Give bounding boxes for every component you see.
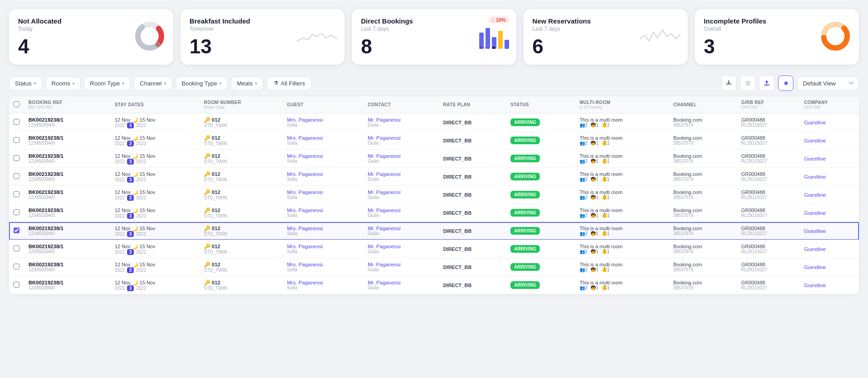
upload-button[interactable] xyxy=(759,76,774,91)
filter-meals[interactable]: Meals ▾ xyxy=(231,77,263,90)
row-checkbox[interactable] xyxy=(14,246,19,251)
td-company: Guestline xyxy=(799,150,859,168)
filter-all-button[interactable]: ⚗ All Filters xyxy=(267,77,311,90)
table-row[interactable]: BK00219238/1 123450394/0 12 Nov 🌙 15 Nov… xyxy=(9,186,859,204)
th-status[interactable]: STATUS xyxy=(506,96,575,113)
td-multi-room: This is a multi room 👥2 🧒1 👶1 xyxy=(575,240,669,258)
table-row[interactable]: BK00219238/1 123450394/0 12 Nov 🌙 15 Nov… xyxy=(9,168,859,186)
td-guest: Mrs. Paganessi Sofia xyxy=(283,168,363,186)
td-grb-ref: GR000488 RL29115027 xyxy=(737,222,800,240)
td-status: ARRIVING xyxy=(506,132,575,150)
svg-rect-7 xyxy=(505,40,509,49)
select-all-checkbox[interactable] xyxy=(14,101,19,107)
td-grb-ref: GR000488 RL29115027 xyxy=(737,150,800,168)
td-channel: Booking.com 38537076 xyxy=(669,222,736,240)
td-contact: Mr. Paganessi Giulio xyxy=(363,222,439,240)
row-checkbox[interactable] xyxy=(14,282,19,288)
funnel-icon: ⚗ xyxy=(274,80,278,86)
table-row[interactable]: BK00219238/1 123450394/0 12 Nov 🌙 15 Nov… xyxy=(9,276,859,294)
td-multi-room: This is a multi room 👥2 🧒1 👶1 xyxy=(575,113,669,132)
table-row[interactable]: BK00219238/1 123450394/0 12 Nov 🌙 15 Nov… xyxy=(9,150,859,168)
table-row[interactable]: BK00219238/1 123450394/0 12 Nov 🌙 15 Nov… xyxy=(9,258,859,276)
row-checkbox[interactable] xyxy=(14,173,19,179)
row-checkbox[interactable] xyxy=(14,155,19,161)
key-icon: 🔑 xyxy=(204,171,210,177)
row-checkbox[interactable] xyxy=(14,191,19,197)
td-channel: Booking.com 38537076 xyxy=(669,258,736,276)
th-guest[interactable]: GUEST xyxy=(283,96,363,113)
td-multi-room: This is a multi room 👥2 🧒1 👶1 xyxy=(575,258,669,276)
filter-rooms[interactable]: Rooms ▾ xyxy=(46,77,80,90)
td-channel: Booking.com 38537076 xyxy=(669,132,736,150)
td-channel: Booking.com 38537076 xyxy=(669,168,736,186)
infants-count: 👶1 xyxy=(602,267,610,272)
adults-count: 👥2 xyxy=(580,177,588,182)
infants-count: 👶1 xyxy=(602,231,610,236)
row-checkbox[interactable] xyxy=(14,227,19,233)
td-channel: Booking.com 38537076 xyxy=(669,204,736,222)
td-stay-dates: 12 Nov 🌙 15 Nov 2022 3 2022 xyxy=(110,240,199,258)
table-row[interactable]: BK00219238/1 123450394/0 12 Nov 🌙 15 Nov… xyxy=(9,132,859,150)
row-checkbox[interactable] xyxy=(14,264,19,269)
svg-rect-3 xyxy=(479,33,484,49)
star-button[interactable]: ☆ xyxy=(740,76,755,91)
card-direct-bookings[interactable]: ↓ 10% Direct Bookings Last 7 days 8 B. xyxy=(352,9,516,65)
card-breakfast[interactable]: Breakfast Included Tomorrow 13 xyxy=(180,9,344,65)
td-checkbox xyxy=(9,150,24,168)
td-booking-ref: BK00219238/1 123450394/0 xyxy=(24,168,110,186)
adults-count: 👥2 xyxy=(580,285,588,290)
row-checkbox[interactable] xyxy=(14,119,19,125)
filter-booking-type[interactable]: Booking Type ▾ xyxy=(176,77,228,90)
children-count: 🧒1 xyxy=(590,141,599,146)
td-multi-room: This is a multi room 👥2 🧒1 👶1 xyxy=(575,204,669,222)
filter-room-type[interactable]: Room Type ▾ xyxy=(84,77,130,90)
th-channel[interactable]: CHANNEL xyxy=(669,96,736,113)
th-company[interactable]: COMPANY GDS Ref xyxy=(799,96,859,113)
key-icon: 🔑 xyxy=(204,208,210,213)
moon-icon: 🌙 xyxy=(132,262,138,267)
card-breakfast-title: Breakfast Included xyxy=(189,17,335,25)
th-contact[interactable]: CONTACT xyxy=(363,96,439,113)
table-row[interactable]: BK00219238/1 123450394/0 12 Nov 🌙 15 Nov… xyxy=(9,222,859,240)
row-checkbox[interactable] xyxy=(14,137,19,143)
td-stay-dates: 12 Nov 🌙 15 Nov 2022 3 2022 xyxy=(110,168,199,186)
key-icon: 🔑 xyxy=(204,226,210,231)
td-room-number: 🔑 012 STD_TWIN xyxy=(199,204,283,222)
td-checkbox xyxy=(9,168,24,186)
filter-channel[interactable]: Channel ▾ xyxy=(134,77,172,90)
key-icon: 🔑 xyxy=(204,153,210,159)
table-row[interactable]: BK00219238/1 123450394/0 12 Nov 🌙 15 Nov… xyxy=(9,240,859,258)
td-guest: Mrs. Paganessi Sofia xyxy=(283,204,363,222)
td-contact: Mr. Paganessi Giulio xyxy=(363,150,439,168)
td-guest: Mrs. Paganessi Sofia xyxy=(283,150,363,168)
card-new-reservations[interactable]: New Reservations Last 7 days 6 xyxy=(524,9,688,65)
td-guest: Mrs. Paganessi Sofia xyxy=(283,113,363,132)
export-button[interactable] xyxy=(721,76,736,91)
td-company: Guestline xyxy=(799,168,859,186)
th-rate-plan[interactable]: RATE PLAN xyxy=(439,96,506,113)
th-stay-dates[interactable]: STAY DATES xyxy=(110,96,199,113)
td-guest: Mrs. Paganessi Sofia xyxy=(283,240,363,258)
table-body: BK00219238/1 123450394/0 12 Nov 🌙 15 Nov… xyxy=(9,113,859,294)
key-icon: 🔑 xyxy=(204,117,210,123)
row-checkbox[interactable] xyxy=(14,209,19,215)
td-status: ARRIVING xyxy=(506,258,575,276)
infants-count: 👶1 xyxy=(602,159,610,164)
th-multi-room[interactable]: MULTI-ROOM N Of Guests xyxy=(575,96,669,113)
bookmark-button[interactable]: ★ xyxy=(778,76,793,91)
td-stay-dates: 12 Nov 🌙 15 Nov 2022 3 2022 xyxy=(110,186,199,204)
td-channel: Booking.com 38537076 xyxy=(669,186,736,204)
chevron-down-icon: ▾ xyxy=(72,81,75,86)
table-row[interactable]: BK00219238/1 123450394/0 12 Nov 🌙 15 Nov… xyxy=(9,204,859,222)
card-not-allocated[interactable]: Not Allocated Today 4 xyxy=(9,9,173,65)
table-row[interactable]: BK00219238/1 123450394/0 12 Nov 🌙 15 Nov… xyxy=(9,113,859,132)
th-grb-ref[interactable]: G/RB REF CRS Ref xyxy=(737,96,800,113)
th-booking-ref[interactable]: BOOKING REF ↑ BW CRS Ref xyxy=(24,96,110,113)
td-room-number: 🔑 012 STD_TWIN xyxy=(199,276,283,294)
card-incomplete-profiles[interactable]: Incomplete Profiles Overall 3 xyxy=(695,9,859,65)
view-select[interactable]: Default View Compact View Expanded View xyxy=(797,77,859,90)
filter-status[interactable]: Status ▾ xyxy=(9,77,42,90)
th-room-number[interactable]: ROOM NUMBER Room Type xyxy=(199,96,283,113)
td-stay-dates: 12 Nov 🌙 15 Nov 2022 3 2022 xyxy=(110,132,199,150)
td-status: ARRIVING xyxy=(506,168,575,186)
